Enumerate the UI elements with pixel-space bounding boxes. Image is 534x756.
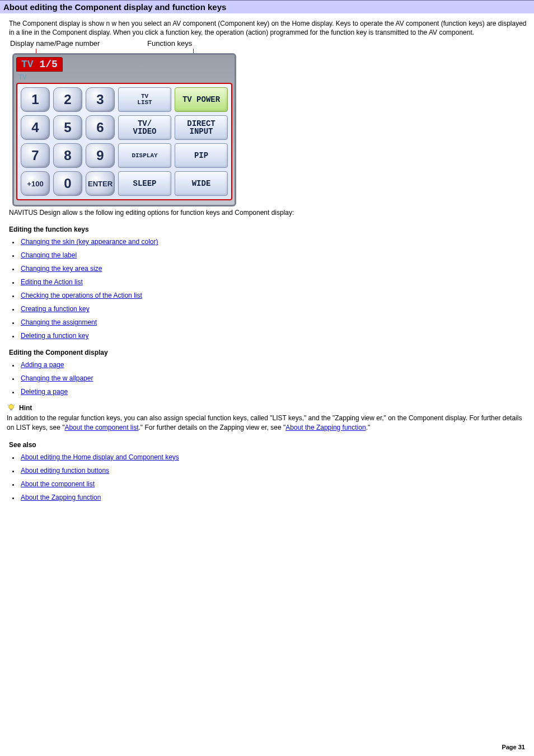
square-key: DIRECTINPUT <box>175 115 228 140</box>
square-key: WIDE <box>175 171 228 196</box>
round-key: 0 <box>53 171 82 196</box>
component-display-link[interactable]: Changing the w allpaper <box>21 374 93 382</box>
see-also-list: About editing the Home display and Compo… <box>9 453 528 501</box>
svg-line-4 <box>14 405 15 406</box>
list-item: Adding a page <box>9 361 528 369</box>
key-row: 789DISPLAYPIP <box>21 143 228 168</box>
page-banner: About editing the Component display and … <box>0 0 534 13</box>
see-also-link[interactable]: About editing function buttons <box>21 467 109 475</box>
list-item: Changing the skin (key appearance and co… <box>9 238 528 246</box>
hint-text: ." <box>366 424 371 431</box>
section-heading-function-keys: Editing the function keys <box>9 226 528 233</box>
function-key-link[interactable]: Changing the key area size <box>21 265 102 273</box>
list-item: Deleting a page <box>9 388 528 396</box>
round-key: 3 <box>86 87 115 112</box>
hint-title: Hint <box>19 404 32 412</box>
round-key: 5 <box>53 115 82 140</box>
round-key: 7 <box>21 143 50 168</box>
after-figure-text: NAVITUS Design allow s the follow ing ed… <box>9 209 528 217</box>
key-row: +1000ENTERSLEEPWIDE <box>21 171 228 196</box>
key-row: 123TVLISTTV POWER <box>21 87 228 112</box>
function-key-link[interactable]: Changing the skin (key appearance and co… <box>21 238 158 246</box>
tick-mark <box>193 49 194 53</box>
list-item: Changing the w allpaper <box>9 374 528 382</box>
list-item: Editing the Action list <box>9 278 528 286</box>
svg-line-3 <box>8 405 8 406</box>
round-key: ENTER <box>86 171 115 196</box>
list-item: About editing function buttons <box>9 467 528 475</box>
function-keys-list: Changing the skin (key appearance and co… <box>9 238 528 340</box>
round-key: +100 <box>21 171 50 196</box>
round-key: 2 <box>53 87 82 112</box>
tab-prefix: TV <box>21 59 34 70</box>
square-key: TV/VIDEO <box>118 115 171 140</box>
figure-label-display: Display name/Page number <box>9 39 147 48</box>
device-subtab: TV <box>18 74 232 82</box>
device-mock: TV 1/5 TV 123TVLISTTV POWER456TV/VIDEODI… <box>12 53 236 206</box>
hint-body: In addition to the regular function keys… <box>7 414 527 431</box>
list-item: Deleting a function key <box>9 332 528 340</box>
function-key-link[interactable]: Changing the assignment <box>21 318 97 326</box>
list-item: About editing the Home display and Compo… <box>9 453 528 461</box>
see-also-link[interactable]: About editing the Home display and Compo… <box>21 453 179 461</box>
list-item: Changing the assignment <box>9 318 528 326</box>
hint-header: Hint <box>7 403 528 412</box>
component-figure: Display name/Page number Function keys T… <box>9 39 528 206</box>
key-row: 456TV/VIDEODIRECTINPUT <box>21 115 228 140</box>
round-key: 8 <box>53 143 82 168</box>
round-key: 1 <box>21 87 50 112</box>
round-key: 6 <box>86 115 115 140</box>
figure-label-function: Function keys <box>147 39 192 48</box>
see-also-link[interactable]: About the Zapping function <box>21 494 101 501</box>
svg-point-0 <box>9 405 13 409</box>
round-key: 9 <box>86 143 115 168</box>
intro-paragraph: The Component display is show n w hen yo… <box>9 19 528 37</box>
function-key-link[interactable]: Editing the Action list <box>21 278 83 286</box>
page-content: The Component display is show n w hen yo… <box>0 13 534 652</box>
figure-ticks <box>15 49 528 53</box>
page-title: About editing the Component display and … <box>3 2 226 12</box>
device-tab: TV 1/5 <box>16 57 63 72</box>
component-display-link[interactable]: Deleting a page <box>21 388 68 396</box>
function-key-link[interactable]: Creating a function key <box>21 305 90 313</box>
see-also-link[interactable]: About the component list <box>21 480 95 488</box>
tab-page: 1/5 <box>39 59 57 70</box>
list-item: Creating a function key <box>9 305 528 313</box>
hint-link-zapping[interactable]: About the Zapping function <box>285 424 366 431</box>
list-item: Changing the key area size <box>9 265 528 273</box>
section-heading-see-also: See also <box>9 441 528 449</box>
list-item: Changing the label <box>9 251 528 259</box>
round-key: 4 <box>21 115 50 140</box>
square-key: TVLIST <box>118 87 171 112</box>
square-key: PIP <box>175 143 228 168</box>
square-key: TV POWER <box>175 87 228 112</box>
list-item: About the component list <box>9 480 528 488</box>
component-display-link[interactable]: Adding a page <box>21 361 64 369</box>
hint-link-component-list[interactable]: About the component list <box>64 424 138 431</box>
lightbulb-icon <box>7 403 16 412</box>
tick-mark <box>36 49 36 53</box>
component-display-list: Adding a pageChanging the w allpaperDele… <box>9 361 528 396</box>
function-key-link[interactable]: Checking the operations of the Action li… <box>21 292 142 299</box>
key-panel: 123TVLISTTV POWER456TV/VIDEODIRECTINPUT7… <box>16 83 232 200</box>
hint-text: ." For further details on the Zapping vi… <box>139 424 286 431</box>
list-item: About the Zapping function <box>9 494 528 501</box>
function-key-link[interactable]: Deleting a function key <box>21 332 88 340</box>
square-key: SLEEP <box>118 171 171 196</box>
section-heading-component-display: Editing the Component display <box>9 349 528 356</box>
svg-rect-1 <box>10 409 12 411</box>
square-key: DISPLAY <box>118 143 171 168</box>
list-item: Checking the operations of the Action li… <box>9 292 528 299</box>
function-key-link[interactable]: Changing the label <box>21 251 77 259</box>
